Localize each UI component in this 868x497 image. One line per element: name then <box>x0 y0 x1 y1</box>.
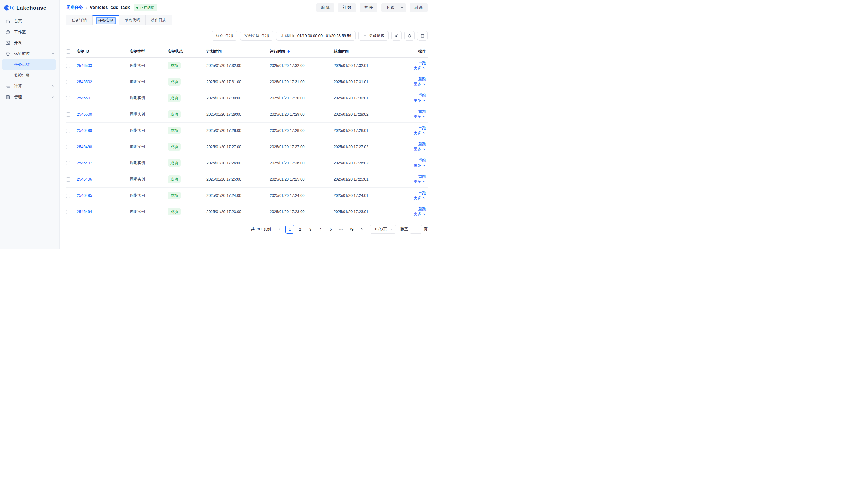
status-badge: 成功 <box>168 94 181 102</box>
rerun-link[interactable]: 重跑 <box>418 142 426 147</box>
sidebar-item-compute[interactable]: 计算 <box>0 81 59 91</box>
end-time-cell: 2025/01/20 17:31:01 <box>334 74 396 90</box>
more-actions-link[interactable]: 更多 <box>414 196 426 200</box>
column-settings-button[interactable] <box>417 31 428 41</box>
instance-id-link[interactable]: 2546501 <box>77 96 92 100</box>
sort-desc-icon[interactable] <box>287 49 291 53</box>
tab-operation-log[interactable]: 操作日志 <box>145 15 172 25</box>
more-actions-link[interactable]: 更多 <box>414 130 426 136</box>
rerun-link[interactable]: 重跑 <box>418 109 426 114</box>
rerun-link[interactable]: 重跑 <box>418 77 426 82</box>
refresh-button[interactable]: 刷新 <box>410 3 428 12</box>
instance-id-link[interactable]: 2546503 <box>77 63 92 68</box>
more-actions-link[interactable]: 更多 <box>414 66 426 70</box>
row-checkbox[interactable] <box>66 63 70 68</box>
instance-type-filter[interactable]: 实例类型 全部 <box>240 31 273 41</box>
status-badge: 成功 <box>168 208 181 215</box>
tab-task-instances[interactable]: 任务实例 <box>92 15 119 26</box>
more-actions-link[interactable]: 更多 <box>414 179 426 184</box>
instance-id-link[interactable]: 2546499 <box>77 128 92 133</box>
instance-id-link[interactable]: 2546495 <box>77 193 92 198</box>
row-checkbox[interactable] <box>66 80 70 84</box>
sidebar-item-task-ops[interactable]: 任务运维 <box>2 59 56 70</box>
rerun-link[interactable]: 重跑 <box>418 61 426 66</box>
status-filter[interactable]: 状态 全部 <box>212 31 237 41</box>
status-badge: 成功 <box>168 159 181 167</box>
plan-time-cell: 2025/01/20 17:27:00 <box>206 139 270 155</box>
sidebar-item-manage[interactable]: 管理 <box>0 91 59 102</box>
sidebar-item-label: 任务运维 <box>14 62 30 67</box>
page-size-select[interactable]: 10 条/页 <box>370 225 396 233</box>
row-checkbox[interactable] <box>66 96 70 100</box>
row-checkbox[interactable] <box>66 161 70 166</box>
more-filters-button[interactable]: 更多筛选 <box>358 31 389 41</box>
prev-page-button[interactable] <box>275 225 284 233</box>
tab-node-code[interactable]: 节点代码 <box>119 15 146 25</box>
chevron-down-icon <box>423 83 426 86</box>
more-actions-link[interactable]: 更多 <box>414 98 426 103</box>
sidebar-item-home[interactable]: 首页 <box>0 16 59 27</box>
pause-button[interactable]: 暂停 <box>360 3 377 12</box>
page-button-1[interactable]: 1 <box>286 225 294 233</box>
instance-type: 周期实例 <box>130 128 145 132</box>
rerun-link[interactable]: 重跑 <box>418 158 426 163</box>
instance-id-link[interactable]: 2546494 <box>77 210 92 214</box>
offline-dropdown-button[interactable]: 下线 <box>381 3 406 12</box>
rerun-link[interactable]: 重跑 <box>418 207 426 212</box>
page-button-79[interactable]: 79 <box>347 225 356 233</box>
more-actions-link[interactable]: 更多 <box>414 212 426 216</box>
run-time-cell: 2025/01/20 17:31:00 <box>270 74 334 90</box>
plan-time-cell: 2025/01/20 17:26:00 <box>206 155 270 171</box>
row-checkbox[interactable] <box>66 145 70 149</box>
chevron-down-icon <box>423 180 426 183</box>
rerun-link[interactable]: 重跑 <box>418 126 426 130</box>
plan-time-cell: 2025/01/20 17:24:00 <box>206 187 270 203</box>
tab-task-detail[interactable]: 任务详情 <box>66 15 92 25</box>
rerun-link[interactable]: 重跑 <box>418 93 426 98</box>
jump-unit: 页 <box>424 227 428 232</box>
instance-id-link[interactable]: 2546497 <box>77 161 92 165</box>
sidebar-item-develop[interactable]: 开发 <box>0 37 59 48</box>
end-time-cell: 2025/01/20 17:24:01 <box>334 187 396 203</box>
row-checkbox[interactable] <box>66 112 70 117</box>
rerun-link[interactable]: 重跑 <box>418 174 426 179</box>
page-button-5[interactable]: 5 <box>327 225 335 233</box>
row-checkbox[interactable] <box>66 129 70 133</box>
rerun-link[interactable]: 重跑 <box>418 190 426 196</box>
page-button-3[interactable]: 3 <box>306 225 315 233</box>
plan-time-filter[interactable]: 计划时间 01/19 00:00:00 - 01/20 23:59:59 <box>276 31 356 41</box>
more-actions-link[interactable]: 更多 <box>414 147 426 152</box>
brand-logo[interactable]: Lakehouse <box>0 3 59 16</box>
row-checkbox[interactable] <box>66 177 70 182</box>
select-all-checkbox[interactable] <box>66 49 70 54</box>
pages-ellipsis[interactable]: ••• <box>337 225 346 233</box>
instance-id-link[interactable]: 2546500 <box>77 112 92 116</box>
instance-id-link[interactable]: 2546496 <box>77 177 92 181</box>
row-checkbox[interactable] <box>66 194 70 198</box>
chevron-down-icon <box>423 66 426 70</box>
page-jump-input[interactable] <box>410 225 422 233</box>
row-checkbox[interactable] <box>66 210 70 214</box>
sidebar-item-monitor-alert[interactable]: 监控告警 <box>0 70 59 81</box>
edit-button[interactable]: 编辑 <box>316 3 334 12</box>
brand-name: Lakehouse <box>16 4 46 11</box>
instance-id-link[interactable]: 2546502 <box>77 80 92 84</box>
instance-id-link[interactable]: 2546498 <box>77 144 92 149</box>
chevron-down-icon <box>423 115 426 118</box>
backfill-button[interactable]: 补数 <box>338 3 356 12</box>
more-actions-link[interactable]: 更多 <box>414 114 426 119</box>
clear-filters-button[interactable] <box>391 31 402 41</box>
refresh-table-button[interactable] <box>404 31 415 41</box>
col-run-time[interactable]: 运行时间 <box>270 45 334 57</box>
more-actions-link[interactable]: 更多 <box>414 82 426 87</box>
plan-time-cell: 2025/01/20 17:30:00 <box>206 90 270 106</box>
more-actions-link[interactable]: 更多 <box>414 163 426 168</box>
refresh-icon <box>407 33 412 38</box>
next-page-button[interactable] <box>358 225 366 233</box>
page-button-4[interactable]: 4 <box>316 225 325 233</box>
breadcrumb-parent-link[interactable]: 周期任务 <box>66 5 83 11</box>
sidebar-item-ops-monitor[interactable]: 运维监控 <box>0 48 59 59</box>
sidebar-item-workspace[interactable]: 工作区 <box>0 27 59 37</box>
page-button-2[interactable]: 2 <box>296 225 304 233</box>
chevron-down-icon[interactable] <box>398 6 406 9</box>
